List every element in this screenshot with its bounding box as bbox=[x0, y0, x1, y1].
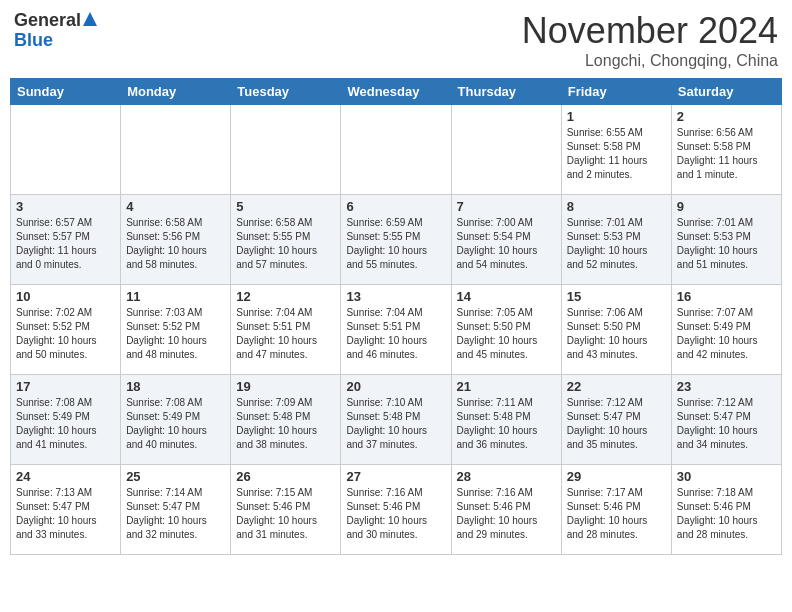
calendar-cell: 21Sunrise: 7:11 AM Sunset: 5:48 PM Dayli… bbox=[451, 375, 561, 465]
calendar-cell bbox=[341, 105, 451, 195]
day-number: 18 bbox=[126, 379, 225, 394]
calendar-cell: 2Sunrise: 6:56 AM Sunset: 5:58 PM Daylig… bbox=[671, 105, 781, 195]
calendar-cell: 20Sunrise: 7:10 AM Sunset: 5:48 PM Dayli… bbox=[341, 375, 451, 465]
calendar-week-row: 17Sunrise: 7:08 AM Sunset: 5:49 PM Dayli… bbox=[11, 375, 782, 465]
calendar-cell: 5Sunrise: 6:58 AM Sunset: 5:55 PM Daylig… bbox=[231, 195, 341, 285]
calendar-header-row: SundayMondayTuesdayWednesdayThursdayFrid… bbox=[11, 79, 782, 105]
day-info: Sunrise: 6:56 AM Sunset: 5:58 PM Dayligh… bbox=[677, 126, 776, 182]
calendar-cell bbox=[121, 105, 231, 195]
calendar-cell: 1Sunrise: 6:55 AM Sunset: 5:58 PM Daylig… bbox=[561, 105, 671, 195]
calendar-cell: 27Sunrise: 7:16 AM Sunset: 5:46 PM Dayli… bbox=[341, 465, 451, 555]
calendar-cell: 6Sunrise: 6:59 AM Sunset: 5:55 PM Daylig… bbox=[341, 195, 451, 285]
day-number: 16 bbox=[677, 289, 776, 304]
day-info: Sunrise: 7:07 AM Sunset: 5:49 PM Dayligh… bbox=[677, 306, 776, 362]
weekday-header-tuesday: Tuesday bbox=[231, 79, 341, 105]
weekday-header-friday: Friday bbox=[561, 79, 671, 105]
month-title: November 2024 bbox=[522, 10, 778, 52]
weekday-header-wednesday: Wednesday bbox=[341, 79, 451, 105]
day-info: Sunrise: 6:55 AM Sunset: 5:58 PM Dayligh… bbox=[567, 126, 666, 182]
calendar-table: SundayMondayTuesdayWednesdayThursdayFrid… bbox=[10, 78, 782, 555]
calendar-cell bbox=[451, 105, 561, 195]
weekday-header-thursday: Thursday bbox=[451, 79, 561, 105]
calendar-cell: 13Sunrise: 7:04 AM Sunset: 5:51 PM Dayli… bbox=[341, 285, 451, 375]
logo-icon bbox=[83, 10, 97, 32]
day-info: Sunrise: 7:06 AM Sunset: 5:50 PM Dayligh… bbox=[567, 306, 666, 362]
calendar-cell: 3Sunrise: 6:57 AM Sunset: 5:57 PM Daylig… bbox=[11, 195, 121, 285]
calendar-week-row: 3Sunrise: 6:57 AM Sunset: 5:57 PM Daylig… bbox=[11, 195, 782, 285]
day-info: Sunrise: 7:14 AM Sunset: 5:47 PM Dayligh… bbox=[126, 486, 225, 542]
day-number: 3 bbox=[16, 199, 115, 214]
day-info: Sunrise: 7:10 AM Sunset: 5:48 PM Dayligh… bbox=[346, 396, 445, 452]
day-info: Sunrise: 7:15 AM Sunset: 5:46 PM Dayligh… bbox=[236, 486, 335, 542]
logo: General Blue bbox=[14, 10, 97, 51]
day-info: Sunrise: 7:01 AM Sunset: 5:53 PM Dayligh… bbox=[677, 216, 776, 272]
day-number: 13 bbox=[346, 289, 445, 304]
calendar-week-row: 10Sunrise: 7:02 AM Sunset: 5:52 PM Dayli… bbox=[11, 285, 782, 375]
day-info: Sunrise: 6:57 AM Sunset: 5:57 PM Dayligh… bbox=[16, 216, 115, 272]
calendar-cell: 26Sunrise: 7:15 AM Sunset: 5:46 PM Dayli… bbox=[231, 465, 341, 555]
day-info: Sunrise: 6:59 AM Sunset: 5:55 PM Dayligh… bbox=[346, 216, 445, 272]
calendar-cell: 30Sunrise: 7:18 AM Sunset: 5:46 PM Dayli… bbox=[671, 465, 781, 555]
day-info: Sunrise: 7:13 AM Sunset: 5:47 PM Dayligh… bbox=[16, 486, 115, 542]
day-info: Sunrise: 7:04 AM Sunset: 5:51 PM Dayligh… bbox=[346, 306, 445, 362]
day-info: Sunrise: 7:12 AM Sunset: 5:47 PM Dayligh… bbox=[567, 396, 666, 452]
calendar-cell: 10Sunrise: 7:02 AM Sunset: 5:52 PM Dayli… bbox=[11, 285, 121, 375]
calendar-cell: 23Sunrise: 7:12 AM Sunset: 5:47 PM Dayli… bbox=[671, 375, 781, 465]
page-header: General Blue November 2024 Longchi, Chon… bbox=[10, 10, 782, 70]
day-number: 14 bbox=[457, 289, 556, 304]
day-number: 28 bbox=[457, 469, 556, 484]
calendar-cell: 14Sunrise: 7:05 AM Sunset: 5:50 PM Dayli… bbox=[451, 285, 561, 375]
day-info: Sunrise: 6:58 AM Sunset: 5:56 PM Dayligh… bbox=[126, 216, 225, 272]
day-info: Sunrise: 7:12 AM Sunset: 5:47 PM Dayligh… bbox=[677, 396, 776, 452]
day-number: 6 bbox=[346, 199, 445, 214]
logo-general: General bbox=[14, 10, 81, 32]
day-number: 7 bbox=[457, 199, 556, 214]
day-info: Sunrise: 7:16 AM Sunset: 5:46 PM Dayligh… bbox=[346, 486, 445, 542]
day-info: Sunrise: 7:01 AM Sunset: 5:53 PM Dayligh… bbox=[567, 216, 666, 272]
calendar-cell: 16Sunrise: 7:07 AM Sunset: 5:49 PM Dayli… bbox=[671, 285, 781, 375]
day-number: 12 bbox=[236, 289, 335, 304]
calendar-cell bbox=[11, 105, 121, 195]
day-info: Sunrise: 7:08 AM Sunset: 5:49 PM Dayligh… bbox=[126, 396, 225, 452]
calendar-cell: 19Sunrise: 7:09 AM Sunset: 5:48 PM Dayli… bbox=[231, 375, 341, 465]
day-number: 26 bbox=[236, 469, 335, 484]
calendar-cell: 24Sunrise: 7:13 AM Sunset: 5:47 PM Dayli… bbox=[11, 465, 121, 555]
day-number: 29 bbox=[567, 469, 666, 484]
calendar-cell: 22Sunrise: 7:12 AM Sunset: 5:47 PM Dayli… bbox=[561, 375, 671, 465]
calendar-cell: 11Sunrise: 7:03 AM Sunset: 5:52 PM Dayli… bbox=[121, 285, 231, 375]
location-title: Longchi, Chongqing, China bbox=[522, 52, 778, 70]
calendar-cell: 15Sunrise: 7:06 AM Sunset: 5:50 PM Dayli… bbox=[561, 285, 671, 375]
calendar-cell: 29Sunrise: 7:17 AM Sunset: 5:46 PM Dayli… bbox=[561, 465, 671, 555]
day-number: 30 bbox=[677, 469, 776, 484]
day-info: Sunrise: 7:09 AM Sunset: 5:48 PM Dayligh… bbox=[236, 396, 335, 452]
day-number: 20 bbox=[346, 379, 445, 394]
day-number: 17 bbox=[16, 379, 115, 394]
weekday-header-sunday: Sunday bbox=[11, 79, 121, 105]
day-number: 19 bbox=[236, 379, 335, 394]
day-info: Sunrise: 7:18 AM Sunset: 5:46 PM Dayligh… bbox=[677, 486, 776, 542]
svg-marker-0 bbox=[83, 12, 97, 26]
day-info: Sunrise: 7:08 AM Sunset: 5:49 PM Dayligh… bbox=[16, 396, 115, 452]
calendar-week-row: 1Sunrise: 6:55 AM Sunset: 5:58 PM Daylig… bbox=[11, 105, 782, 195]
day-number: 8 bbox=[567, 199, 666, 214]
calendar-cell: 12Sunrise: 7:04 AM Sunset: 5:51 PM Dayli… bbox=[231, 285, 341, 375]
weekday-header-monday: Monday bbox=[121, 79, 231, 105]
day-number: 27 bbox=[346, 469, 445, 484]
day-number: 21 bbox=[457, 379, 556, 394]
day-number: 2 bbox=[677, 109, 776, 124]
day-info: Sunrise: 6:58 AM Sunset: 5:55 PM Dayligh… bbox=[236, 216, 335, 272]
day-info: Sunrise: 7:02 AM Sunset: 5:52 PM Dayligh… bbox=[16, 306, 115, 362]
calendar-cell: 17Sunrise: 7:08 AM Sunset: 5:49 PM Dayli… bbox=[11, 375, 121, 465]
calendar-cell bbox=[231, 105, 341, 195]
calendar-cell: 7Sunrise: 7:00 AM Sunset: 5:54 PM Daylig… bbox=[451, 195, 561, 285]
day-info: Sunrise: 7:17 AM Sunset: 5:46 PM Dayligh… bbox=[567, 486, 666, 542]
logo-blue: Blue bbox=[14, 30, 53, 52]
day-number: 25 bbox=[126, 469, 225, 484]
calendar-cell: 9Sunrise: 7:01 AM Sunset: 5:53 PM Daylig… bbox=[671, 195, 781, 285]
weekday-header-saturday: Saturday bbox=[671, 79, 781, 105]
day-info: Sunrise: 7:11 AM Sunset: 5:48 PM Dayligh… bbox=[457, 396, 556, 452]
calendar-cell: 4Sunrise: 6:58 AM Sunset: 5:56 PM Daylig… bbox=[121, 195, 231, 285]
day-info: Sunrise: 7:00 AM Sunset: 5:54 PM Dayligh… bbox=[457, 216, 556, 272]
title-block: November 2024 Longchi, Chongqing, China bbox=[522, 10, 778, 70]
day-number: 1 bbox=[567, 109, 666, 124]
